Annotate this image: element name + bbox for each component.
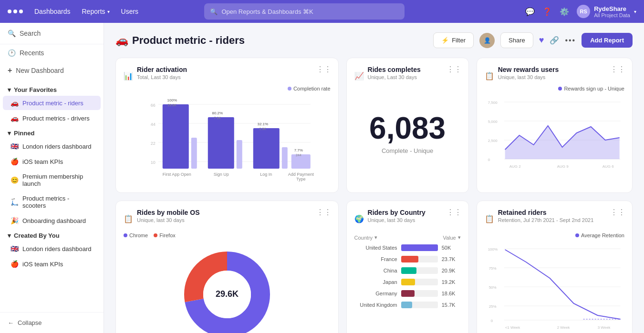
svg-text:10: 10 xyxy=(151,160,156,165)
table-row: China 20.9K xyxy=(354,267,461,274)
svg-text:2.9K: 2.9K xyxy=(260,127,267,131)
svg-text:50%: 50% xyxy=(488,285,496,290)
search-icon: 🔍 xyxy=(210,8,218,15)
retained-riders-card: 📋 Retained riders Retention, Jul 27th 20… xyxy=(477,201,633,333)
svg-text:29.6K: 29.6K xyxy=(216,289,239,299)
user-menu[interactable]: RS RydeShare All Project Data ▾ xyxy=(577,5,636,18)
main-content: 🚗 Product metric - riders ⚡ Filter 👤 Sha… xyxy=(104,23,644,333)
share-button[interactable]: Share xyxy=(500,32,533,48)
dashboard-grid: 📊 Rider activation Total, Last 30 days ⋮… xyxy=(115,58,633,333)
card-menu-icon-2[interactable]: ⋮⋮ xyxy=(447,65,462,74)
created-by-you-header[interactable]: ▾ Created By You xyxy=(0,228,104,241)
svg-text:AUG 2: AUG 2 xyxy=(509,164,521,169)
bar-chart-icon: 📊 xyxy=(124,71,133,81)
country-table-header: Country ▾ Value ▾ xyxy=(354,234,461,241)
svg-text:2 Week: 2 Week xyxy=(557,325,570,330)
svg-text:7.7%: 7.7% xyxy=(294,148,303,152)
svg-text:AUG 6: AUG 6 xyxy=(602,164,614,169)
app-layout: 🔍 Search 🕐 Recents + New Dashboard ▾ You… xyxy=(0,0,644,333)
new-rewards-card: 📋 New rewards users Unique, last 30 days… xyxy=(477,58,633,193)
big-number-wrapper: 6,083 Complete - Unique xyxy=(354,86,461,172)
pinned-section-header[interactable]: ▾ Pinned xyxy=(0,126,104,139)
sidebar-item-london-created[interactable]: 🇬🇧 London riders dashboard xyxy=(3,242,101,256)
riders-by-country-card: 🌍 Riders by Country Unique, last 30 days… xyxy=(346,201,469,333)
topnav: Dashboards Reports ▾ Users 🔍 Open Report… xyxy=(0,0,644,23)
svg-text:Type: Type xyxy=(296,177,306,182)
sidebar-item-london-riders[interactable]: 🇬🇧 London riders dashboard xyxy=(3,139,101,153)
country-sort-icon: ▾ xyxy=(374,234,377,241)
sidebar-item-ios-created[interactable]: 🍎 iOS team KPIs xyxy=(3,257,101,271)
country-col-header[interactable]: Country ▾ xyxy=(354,234,378,241)
sidebar-item-premium-membership[interactable]: 😊 Premium membership launch xyxy=(3,170,101,191)
value-sort-icon: ▾ xyxy=(458,234,461,241)
chart-legend: Completion rate xyxy=(288,86,331,91)
svg-text:AUG 9: AUG 9 xyxy=(557,164,569,169)
value-col-header[interactable]: Value ▾ xyxy=(443,234,460,241)
svg-rect-8 xyxy=(163,104,189,169)
svg-text:7.1K: 7.1K xyxy=(214,116,221,120)
retention-chart-icon: 📋 xyxy=(485,214,494,223)
sidebar-item-ios-kpis[interactable]: 🍎 iOS team KPIs xyxy=(3,154,101,169)
rides-mobile-os-card: 📋 Rides by mobile OS Unique, last 30 day… xyxy=(115,201,339,333)
svg-text:100%: 100% xyxy=(488,247,497,252)
svg-text:<1 Week: <1 Week xyxy=(505,325,520,330)
link-icon[interactable]: 🔗 xyxy=(550,36,559,45)
sidebar-collapse-button[interactable]: ← Collapse xyxy=(0,312,104,333)
rewards-legend: Rewards sign up - Unique xyxy=(558,86,624,91)
filter-button[interactable]: ⚡ Filter xyxy=(433,32,474,48)
country-rows: United States 50K France 23.7K xyxy=(354,244,461,308)
table-row: Japan 19.2K xyxy=(354,279,461,285)
donut-chart-icon: 📋 xyxy=(124,214,133,223)
sidebar-recents[interactable]: 🕐 Recents xyxy=(0,44,104,61)
svg-text:32.1%: 32.1% xyxy=(257,122,268,126)
topnav-right: 💬 ❓ ⚙️ RS RydeShare All Project Data ▾ xyxy=(525,5,636,18)
settings-icon[interactable]: ⚙️ xyxy=(560,7,569,16)
user-chevron-icon: ▾ xyxy=(634,9,636,14)
svg-rect-16 xyxy=(253,128,280,169)
user-avatar: 👤 xyxy=(479,33,495,48)
car-emoji: 🚗 xyxy=(10,99,19,107)
svg-text:3 Week: 3 Week xyxy=(597,325,611,330)
sidebar-new-dashboard[interactable]: + New Dashboard xyxy=(0,61,104,80)
chevron-down-icon: ▾ xyxy=(8,86,11,93)
sidebar-search[interactable]: 🔍 Search xyxy=(0,23,104,44)
svg-rect-9 xyxy=(191,138,197,169)
svg-text:25%: 25% xyxy=(488,304,496,309)
sidebar: 🔍 Search 🕐 Recents + New Dashboard ▾ You… xyxy=(0,23,104,333)
card-menu-icon-5[interactable]: ⋮⋮ xyxy=(447,208,462,217)
card-menu-icon-4[interactable]: ⋮⋮ xyxy=(316,208,332,217)
recents-icon: 🕐 xyxy=(8,49,16,57)
table-row: Germany 18.6K xyxy=(354,290,461,297)
logo[interactable] xyxy=(8,10,23,13)
svg-rect-13 xyxy=(237,140,242,169)
sidebar-item-onboarding[interactable]: 🎉 Onboarding dashboard xyxy=(3,213,101,228)
nav-reports[interactable]: Reports ▾ xyxy=(82,8,110,15)
svg-text:First App Open: First App Open xyxy=(163,172,191,177)
plus-icon: + xyxy=(8,66,12,75)
sidebar-search-icon: 🔍 xyxy=(8,30,16,37)
svg-text:75%: 75% xyxy=(488,266,496,271)
favorites-section-header[interactable]: ▾ Your Favorites xyxy=(0,82,104,95)
chevron-down-icon-2: ▾ xyxy=(8,130,11,137)
svg-text:100%: 100% xyxy=(167,98,177,102)
nav-users[interactable]: Users xyxy=(121,8,139,15)
svg-text:5,000: 5,000 xyxy=(488,120,498,124)
add-report-button[interactable]: Add Report xyxy=(582,33,633,48)
card-menu-icon[interactable]: ⋮⋮ xyxy=(316,65,332,74)
svg-rect-12 xyxy=(208,117,234,169)
rider-activation-chart: 66 44 22 10 100% 29.8K xyxy=(124,97,331,183)
rides-completes-card: 📈 Rides completes Unique, Last 30 days ⋮… xyxy=(346,58,469,193)
card-menu-icon-3[interactable]: ⋮⋮ xyxy=(610,65,625,74)
nav-dashboards[interactable]: Dashboards xyxy=(34,8,71,15)
notifications-icon[interactable]: 💬 xyxy=(525,7,535,16)
sidebar-item-product-metrics-drivers[interactable]: 🚗 Product metrics - drivers xyxy=(3,111,101,125)
favorite-icon[interactable]: ♥ xyxy=(539,35,544,45)
help-icon[interactable]: ❓ xyxy=(542,7,552,16)
card-menu-icon-6[interactable]: ⋮⋮ xyxy=(610,208,625,217)
svg-text:80.2%: 80.2% xyxy=(212,111,223,115)
reports-chevron-icon: ▾ xyxy=(107,9,110,14)
sidebar-item-scooters[interactable]: 🛴 Product metrics - scooters xyxy=(3,192,101,212)
global-search[interactable]: 🔍 Open Reports & Dashboards ⌘K xyxy=(204,3,405,20)
more-options-icon[interactable]: ••• xyxy=(565,36,576,45)
sidebar-item-product-metric-riders[interactable]: 🚗 Product metric - riders xyxy=(3,96,101,110)
